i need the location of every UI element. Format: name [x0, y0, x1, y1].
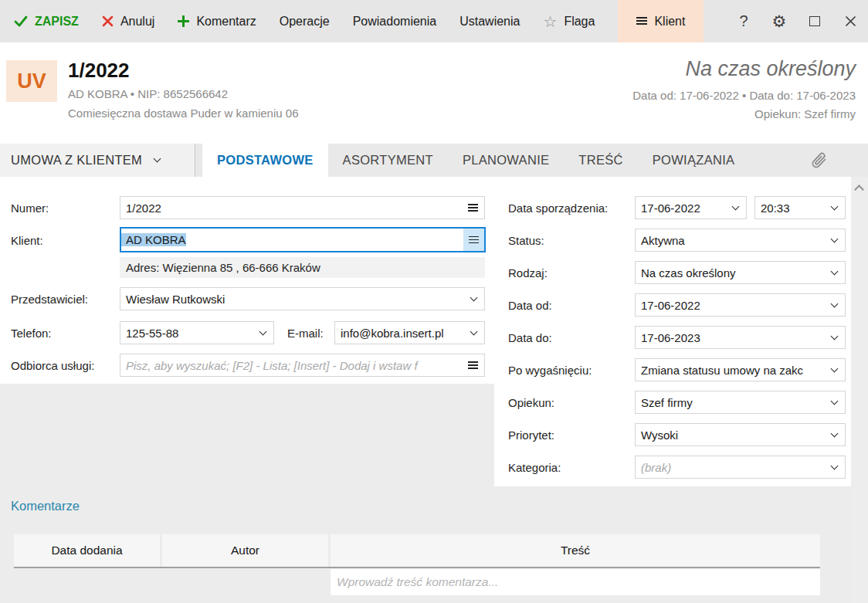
status-label: Status:: [508, 234, 544, 247]
status-input[interactable]: [636, 229, 829, 251]
data-sporzadzenia-time-input[interactable]: [755, 197, 829, 219]
opiekun-input[interactable]: [636, 391, 829, 413]
priorytet-input[interactable]: [636, 424, 829, 445]
kategoria-label: Kategoria:: [508, 461, 561, 474]
contract-window: ZAPISZ Anuluj Komentarz Operacje Powiado…: [0, 0, 868, 603]
klient-menu-button[interactable]: [463, 229, 484, 251]
comments-col-author[interactable]: Autor: [162, 534, 328, 567]
comments-heading[interactable]: Komentarze: [11, 499, 80, 513]
po-wygasnieciu-field[interactable]: [635, 358, 846, 381]
klient-selected-text[interactable]: AD KOBRA: [121, 233, 186, 246]
maximize-button[interactable]: [797, 0, 832, 42]
telefon-field[interactable]: [120, 321, 274, 344]
klient-address: Adres: Więzienna 85 , 66-666 Kraków: [120, 257, 485, 278]
email-field[interactable]: [334, 321, 485, 344]
check-icon: [14, 15, 28, 27]
toolbar: ZAPISZ Anuluj Komentarz Operacje Powiado…: [0, 0, 868, 42]
save-button[interactable]: ZAPISZ: [14, 0, 79, 42]
vertical-scrollbar[interactable]: [851, 177, 868, 603]
priorytet-field[interactable]: [635, 423, 846, 446]
notifications-menu[interactable]: Powiadomienia: [353, 0, 437, 42]
operations-menu[interactable]: Operacje: [280, 0, 330, 42]
chevron-down-icon[interactable]: [831, 462, 839, 469]
data-sporzadzenia-date-field[interactable]: [635, 196, 747, 219]
chevron-down-icon[interactable]: [470, 293, 478, 301]
data-od-field[interactable]: [635, 293, 846, 317]
chevron-down-icon[interactable]: [831, 332, 839, 340]
rodzaj-field[interactable]: [635, 261, 846, 284]
chevron-down-icon[interactable]: [732, 202, 740, 210]
help-button[interactable]: ?: [726, 0, 761, 42]
cancel-label: Anuluj: [120, 15, 154, 29]
contract-dates: Data od: 17-06-2022 • Data do: 17-06-202…: [632, 89, 856, 102]
x-icon: [102, 15, 114, 27]
comment-input-field[interactable]: [331, 569, 820, 595]
tab-podstawowe[interactable]: PODSTAWOWE: [202, 144, 328, 177]
chevron-down-icon: [154, 155, 161, 163]
odbiorca-input[interactable]: [120, 354, 465, 376]
kategoria-field[interactable]: [635, 456, 846, 479]
odbiorca-field[interactable]: [120, 354, 485, 377]
telefon-input[interactable]: [120, 322, 257, 344]
tab-asortyment[interactable]: ASORTYMENT: [328, 144, 448, 177]
przedstawiciel-label: Przedstawiciel:: [11, 293, 88, 306]
przedstawiciel-input[interactable]: [120, 288, 468, 310]
numer-field[interactable]: [120, 196, 485, 219]
field-menu-icon[interactable]: [468, 361, 478, 369]
po-wygasnieciu-input[interactable]: [636, 359, 829, 381]
email-label: E-mail:: [287, 327, 324, 340]
field-menu-icon[interactable]: [468, 204, 478, 212]
chevron-down-icon[interactable]: [831, 364, 839, 372]
add-comment-button[interactable]: Komentarz: [178, 0, 256, 42]
contract-description: Comiesięczna dostawa Puder w kamieniu 06: [68, 107, 298, 120]
cancel-button[interactable]: Anuluj: [102, 0, 154, 42]
chevron-down-icon[interactable]: [831, 267, 839, 275]
settings-menu[interactable]: Ustawienia: [459, 0, 520, 42]
tab-planowanie[interactable]: PLANOWANIE: [448, 144, 564, 177]
contract-type-menu[interactable]: UMOWA Z KLIENTEM: [0, 144, 195, 177]
chevron-down-icon[interactable]: [259, 327, 267, 335]
maximize-icon: [809, 16, 820, 26]
client-button[interactable]: Klient: [618, 0, 704, 42]
chevron-down-icon[interactable]: [831, 429, 839, 437]
odbiorca-label: Odbiorca usługi:: [11, 359, 94, 372]
chevron-down-icon[interactable]: [831, 300, 839, 307]
comments-header-divider: [14, 567, 820, 568]
rodzaj-input[interactable]: [636, 262, 829, 283]
notifications-label: Powiadomienia: [353, 15, 437, 29]
field-menu-icon: [469, 236, 479, 244]
status-field[interactable]: [635, 229, 846, 252]
comments-col-content[interactable]: Treść: [331, 534, 820, 567]
chevron-down-icon[interactable]: [831, 397, 839, 405]
chevron-down-icon[interactable]: [831, 235, 839, 242]
tab-powiazania[interactable]: POWIĄZANIA: [638, 144, 750, 177]
priorytet-label: Priorytet:: [508, 429, 554, 442]
opiekun-field[interactable]: [635, 391, 846, 414]
data-do-input[interactable]: [636, 327, 829, 348]
przedstawiciel-field[interactable]: [120, 287, 485, 310]
opiekun-label: Opiekun:: [508, 396, 554, 409]
tab-menu-label: UMOWA Z KLIENTEM: [11, 153, 142, 168]
data-sporzadzenia-date-input[interactable]: [636, 197, 730, 219]
data-do-field[interactable]: [635, 326, 846, 349]
chevron-down-icon[interactable]: [470, 327, 478, 335]
rodzaj-label: Rodzaj:: [508, 266, 548, 279]
tab-tresc[interactable]: TREŚĆ: [564, 144, 637, 177]
gear-icon[interactable]: ⚙: [761, 0, 797, 42]
kategoria-input[interactable]: [636, 456, 829, 478]
data-sporzadzenia-time-field[interactable]: [754, 196, 846, 219]
data-od-input[interactable]: [636, 294, 829, 316]
contract-caretaker: Opiekun: Szef firmy: [754, 107, 856, 120]
numer-input[interactable]: [120, 197, 465, 219]
flag-button[interactable]: ☆ Flaga: [543, 0, 595, 42]
contract-type: Na czas określony: [685, 57, 856, 81]
data-do-label: Data do:: [508, 331, 552, 344]
chevron-down-icon[interactable]: [831, 202, 839, 210]
paperclip-icon[interactable]: [811, 151, 829, 171]
close-button[interactable]: [832, 0, 868, 42]
comments-col-date[interactable]: Data dodania: [14, 534, 160, 567]
plus-icon: [178, 15, 189, 27]
klient-field[interactable]: AD KOBRA: [120, 227, 486, 252]
comment-input[interactable]: [331, 569, 820, 595]
email-input[interactable]: [335, 322, 468, 344]
